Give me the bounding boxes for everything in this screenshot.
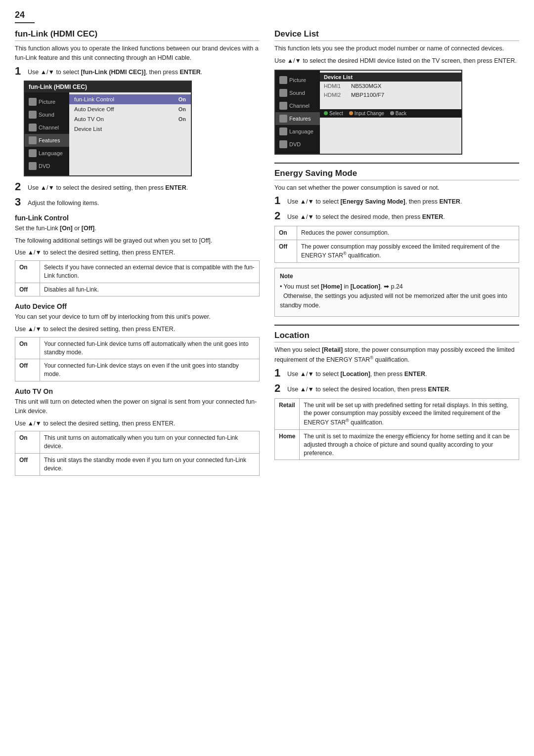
note-bullet: • You must set [Home] in [Location]. ➡ p… — [280, 282, 514, 310]
menu-row-funlink-control: fun-Link Control On — [69, 94, 191, 104]
location-step-2-text: Use ▲/▼ to select the desired location, … — [287, 383, 450, 394]
picture-icon — [29, 98, 37, 106]
menu-row-device-list: Device List — [69, 124, 191, 134]
funlink-control-table: On Selects if you have connected an exte… — [15, 260, 260, 296]
table-row: On Reduces the power consumption. — [275, 226, 519, 240]
energy-off-label: Off — [275, 240, 297, 263]
funlink-on-desc: Selects if you have connected an externa… — [40, 261, 260, 283]
dl-channel-icon — [279, 102, 287, 110]
retail-desc: The unit will be set up with predefined … — [300, 398, 519, 429]
auto-device-off-instruction: Use ▲/▼ to select the desired setting, t… — [15, 325, 260, 334]
device-list-content-header: Device List — [320, 73, 461, 82]
auto-tv-off-desc: This unit stays the standby mode even if… — [40, 453, 260, 475]
sidebar-item-sound: Sound — [25, 108, 69, 121]
note-title: Note — [280, 272, 514, 281]
table-row: On Your connected fun-Link device turns … — [15, 337, 260, 359]
table-row: Off The power consumption may possibly e… — [275, 240, 519, 263]
location-divider — [274, 325, 519, 326]
device-list-screenshot: Picture Sound Channel Features — [274, 70, 462, 155]
step-1-text: Use ▲/▼ to select [fun-Link (HDMI CEC)],… — [28, 66, 202, 77]
energy-on-desc: Reduces the power consumption. — [297, 226, 519, 240]
channel-icon — [29, 124, 37, 131]
features-icon — [29, 136, 37, 144]
location-step-1: 1 Use ▲/▼ to select [Location], then pre… — [274, 368, 519, 379]
auto-device-on-desc: Your connected fun-Link device turns off… — [40, 337, 260, 359]
energy-saving-description: You can set whether the power consumptio… — [274, 183, 519, 193]
energy-step-1-number: 1 — [274, 195, 284, 206]
step-1: 1 Use ▲/▼ to select [fun-Link (HDMI CEC)… — [15, 66, 260, 77]
auto-device-off-table: On Your connected fun-Link device turns … — [15, 337, 260, 381]
table-row: Retail The unit will be set up with pred… — [275, 398, 519, 429]
energy-note: Note • You must set [Home] in [Location]… — [274, 268, 519, 317]
dl-sidebar-channel: Channel — [275, 99, 320, 112]
retail-label: Retail — [275, 398, 300, 429]
select-dot — [324, 111, 328, 115]
dl-sidebar-language: Language — [275, 125, 320, 138]
energy-step-2-text: Use ▲/▼ to select the desired mode, then… — [287, 210, 445, 222]
energy-step-1: 1 Use ▲/▼ to select [Energy Saving Mode]… — [274, 195, 519, 207]
location-table: Retail The unit will be set up with pred… — [274, 398, 519, 461]
auto-device-on-label: On — [15, 337, 40, 359]
menu-sidebar: Picture Sound Channel Features — [25, 92, 69, 175]
dl-sound-icon — [279, 89, 287, 97]
input-change-dot — [349, 111, 353, 115]
location-description: When you select [Retail] store, the powe… — [274, 345, 519, 365]
funlink-section-title: fun-Link (HDMI CEC) — [15, 29, 260, 41]
page-number: 24 — [15, 10, 35, 23]
auto-device-off-desc: Your connected fun-Link device stays on … — [40, 359, 260, 381]
table-row: Off This unit stays the standby mode eve… — [15, 453, 260, 475]
dl-picture-icon — [279, 76, 287, 84]
device-list-sidebar: Picture Sound Channel Features — [275, 71, 320, 154]
energy-saving-title: Energy Saving Mode — [274, 168, 519, 180]
table-row: Home The unit is set to maximize the ene… — [275, 429, 519, 460]
sidebar-item-channel: Channel — [25, 121, 69, 134]
step-2-text: Use ▲/▼ to select the desired setting, t… — [28, 181, 188, 193]
location-step-1-text: Use ▲/▼ to select [Location], then press… — [287, 368, 427, 379]
table-row: Off Your connected fun-Link device stays… — [15, 359, 260, 381]
energy-off-desc: The power consumption may possibly excee… — [297, 240, 519, 263]
energy-saving-table: On Reduces the power consumption. Off Th… — [274, 226, 519, 263]
home-desc: The unit is set to maximize the energy e… — [300, 429, 519, 460]
back-dot — [390, 111, 394, 115]
energy-step-2: 2 Use ▲/▼ to select the desired mode, th… — [274, 210, 519, 222]
device-list-instruction: Use ▲/▼ to select the desired HDMI devic… — [274, 56, 519, 66]
step-2-number: 2 — [15, 181, 25, 192]
energy-step-2-number: 2 — [274, 210, 284, 221]
auto-device-off-label: Off — [15, 359, 40, 381]
energy-saving-divider — [274, 163, 519, 164]
dl-features-icon — [279, 115, 287, 123]
funlink-off-desc: Disables all fun-Link. — [40, 283, 260, 296]
language-icon — [29, 149, 37, 157]
auto-tv-off-label: Off — [15, 453, 40, 475]
left-column: fun-Link (HDMI CEC) This function allows… — [15, 29, 260, 481]
step-3: 3 Adjust the following items. — [15, 197, 260, 208]
auto-tv-on-instruction: Use ▲/▼ to select the desired setting, t… — [15, 419, 260, 428]
dvd-icon — [29, 162, 37, 170]
menu-row-auto-device-off: Auto Device Off On — [69, 104, 191, 114]
energy-on-label: On — [275, 226, 297, 240]
funlink-control-description: The following additional settings will b… — [15, 236, 260, 246]
menu-content: fun-Link Control On Auto Device Off On A… — [69, 92, 191, 175]
auto-tv-on-desc: This unit turns on automatically when yo… — [40, 431, 260, 454]
auto-device-off-title: Auto Device Off — [15, 302, 260, 310]
funlink-control-title: fun-Link Control — [15, 214, 260, 222]
home-label: Home — [275, 429, 300, 460]
table-row: On Selects if you have connected an exte… — [15, 261, 260, 283]
device-list-description: This function lets you see the product m… — [274, 44, 519, 53]
sound-icon — [29, 111, 37, 119]
auto-device-off-description: You can set your device to turn off by i… — [15, 312, 260, 322]
dl-language-icon — [279, 127, 287, 135]
energy-step-1-text: Use ▲/▼ to select [Energy Saving Mode], … — [287, 195, 462, 207]
location-title: Location — [274, 331, 519, 342]
device-list-content: Device List HDMI1 NB530MGX HDMI2 MBP1100… — [320, 71, 461, 154]
menu-header: fun-Link (HDMI CEC) — [25, 82, 191, 92]
step-1-number: 1 — [15, 66, 25, 77]
dl-dvd-icon — [279, 140, 287, 148]
funlink-on-label: On — [15, 261, 40, 283]
sidebar-item-features: Features — [25, 134, 69, 147]
step-3-number: 3 — [15, 197, 25, 208]
funlink-control-instruction: Use ▲/▼ to select the desired setting, t… — [15, 248, 260, 257]
step-3-text: Adjust the following items. — [28, 197, 99, 208]
location-step-1-number: 1 — [274, 368, 284, 378]
device-list-title: Device List — [274, 29, 519, 41]
